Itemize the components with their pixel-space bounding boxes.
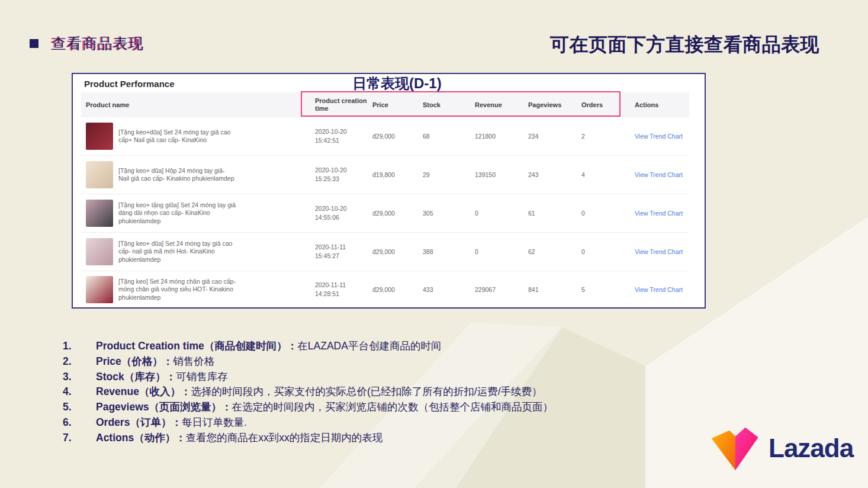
product-image <box>86 200 113 227</box>
table-row: [Tặng keo+ dũa] Set 24 móng tay giả cao … <box>81 233 689 271</box>
view-trend-chart-link[interactable]: View Trend Chart <box>635 171 683 178</box>
creation-time-cell: 2020-11-11 15:45:27 <box>312 243 369 261</box>
note-item: 2. Price（价格）： 销售价格 <box>63 354 553 370</box>
pageviews-cell: 61 <box>525 210 578 217</box>
column-header-stock: Stock <box>420 101 472 109</box>
lazada-wordmark: Lazada <box>769 434 853 463</box>
stock-cell: 305 <box>420 210 472 217</box>
table-row: [Tặng keo] Set 24 móng chân giả cao cấp-… <box>81 271 689 308</box>
product-name-cell: [Tặng keo+ tặng giũa] Set 24 móng tay gi… <box>81 200 312 227</box>
notes-list: 1. Product Creation time（商品创建时间）： 在LAZAD… <box>63 339 553 446</box>
stock-cell: 433 <box>420 286 472 293</box>
creation-clock: 15:45:27 <box>315 252 369 261</box>
note-item: 7. Actions（动作）： 查看您的商品在xx到xx的指定日期内的表现 <box>63 431 553 446</box>
note-description: 每日订单数量. <box>182 415 247 431</box>
product-performance-card: Product Performance 日常表现(D-1) Product na… <box>72 73 706 309</box>
creation-clock: 14:28:51 <box>315 290 369 298</box>
product-name-cell: [Tặng keo+ dũa] Hộp 24 móng tay giả- Nai… <box>81 161 312 188</box>
orders-cell: 5 <box>578 286 632 293</box>
pageviews-cell: 243 <box>525 171 578 178</box>
stock-cell: 68 <box>420 133 472 140</box>
column-header-pageviews: Pageviews <box>525 101 578 109</box>
note-description: 在选定的时间段内，买家浏览店铺的次数（包括整个店铺和商品页面） <box>232 400 554 415</box>
table-header-row: Product nameProduct creation timePriceSt… <box>81 92 689 117</box>
creation-date: 2020-11-11 <box>315 281 369 290</box>
stock-cell: 29 <box>420 171 472 178</box>
revenue-cell: 139150 <box>472 171 525 178</box>
note-number: 2. <box>63 354 96 370</box>
table-row: [Tặng keo+ tặng giũa] Set 24 móng tay gi… <box>81 194 689 233</box>
product-name-cell: [Tặng keo+dũa] Set 24 móng tay giả cao c… <box>81 123 312 150</box>
pageviews-cell: 234 <box>525 133 578 140</box>
product-image <box>86 238 113 265</box>
creation-date: 2020-11-11 <box>315 243 369 252</box>
price-cell: đ19,800 <box>369 171 420 178</box>
view-trend-chart-link[interactable]: View Trend Chart <box>635 210 683 217</box>
creation-date: 2020-10-20 <box>315 204 369 213</box>
creation-clock: 15:25:33 <box>315 175 369 184</box>
note-description: 可销售库存 <box>176 370 228 385</box>
slide: 查看商品表现 可在页面下方直接查看商品表现 Product Performanc… <box>0 0 868 488</box>
pageviews-cell: 841 <box>525 286 578 293</box>
note-number: 1. <box>63 339 96 354</box>
note-description: 销售价格 <box>173 354 214 370</box>
product-name: [Tặng keo+ dũa] Hộp 24 móng tay giả- Nai… <box>118 167 237 183</box>
note-term: Product Creation time（商品创建时间）： <box>96 339 297 354</box>
creation-time-cell: 2020-11-11 14:28:51 <box>312 281 369 298</box>
price-cell: đ29,000 <box>369 210 420 217</box>
price-cell: đ29,000 <box>369 248 420 255</box>
note-number: 5. <box>63 400 96 415</box>
pageviews-cell: 62 <box>525 248 578 255</box>
table-row: [Tặng keo+ dũa] Hộp 24 móng tay giả- Nai… <box>81 156 689 194</box>
view-trend-chart-link[interactable]: View Trend Chart <box>635 133 683 140</box>
orders-cell: 0 <box>578 210 632 217</box>
section-title-text: 查看商品表现 <box>52 34 144 53</box>
product-name: [Tặng keo+ dũa] Set 24 móng tay giả cao … <box>118 240 237 264</box>
creation-time-cell: 2020-10-20 15:42:51 <box>312 127 369 145</box>
product-name-cell: [Tặng keo] Set 24 móng chân giả cao cấp-… <box>81 276 312 303</box>
creation-clock: 15:42:51 <box>315 136 369 145</box>
product-name: [Tặng keo+dũa] Set 24 móng tay giả cao c… <box>118 129 237 145</box>
note-item: 4. Revenue（收入）： 选择的时间段内，买家支付的实际总价(已经扣除了所… <box>63 384 553 400</box>
note-term: Orders（订单）： <box>96 415 182 431</box>
column-header-product-creation-time: Product creation time <box>312 97 369 113</box>
section-title: 查看商品表现 <box>30 34 144 53</box>
product-image <box>86 123 113 150</box>
note-number: 7. <box>63 431 96 446</box>
note-number: 4. <box>63 384 96 400</box>
note-term: Price（价格）： <box>96 354 173 370</box>
creation-clock: 14:55:06 <box>315 213 369 222</box>
note-description: 选择的时间段内，买家支付的实际总价(已经扣除了所有的折扣/运费/手续费） <box>191 384 542 400</box>
column-header-orders: Orders <box>578 101 632 109</box>
column-header-price: Price <box>369 101 420 109</box>
note-item: 6. Orders（订单）： 每日订单数量. <box>63 415 553 431</box>
daily-performance-label: 日常表现(D-1) <box>352 74 442 93</box>
creation-time-cell: 2020-10-20 15:25:33 <box>312 166 369 184</box>
product-name-cell: [Tặng keo+ dũa] Set 24 móng tay giả cao … <box>81 238 312 265</box>
orders-cell: 0 <box>578 248 632 255</box>
product-image <box>86 276 113 303</box>
price-cell: đ29,000 <box>369 286 420 293</box>
orders-cell: 2 <box>578 133 632 140</box>
revenue-cell: 121800 <box>472 133 525 140</box>
note-number: 3. <box>63 370 96 385</box>
card-title: Product Performance <box>84 79 175 89</box>
orders-cell: 4 <box>578 171 632 178</box>
product-name: [Tặng keo+ tặng giũa] Set 24 móng tay gi… <box>118 201 237 226</box>
column-header-actions: Actions <box>632 101 689 109</box>
note-item: 3. Stock（库存）： 可销售库存 <box>63 370 553 385</box>
headline: 可在页面下方直接查看商品表现 <box>550 32 819 58</box>
note-term: Stock（库存）： <box>96 370 176 385</box>
price-cell: đ29,000 <box>369 133 420 140</box>
note-item: 1. Product Creation time（商品创建时间）： 在LAZAD… <box>63 339 553 354</box>
product-name: [Tặng keo] Set 24 móng chân giả cao cấp-… <box>118 278 237 302</box>
revenue-cell: 229067 <box>472 286 525 293</box>
view-trend-chart-link[interactable]: View Trend Chart <box>635 248 683 255</box>
note-description: 在LAZADA平台创建商品的时间 <box>297 339 441 354</box>
column-header-revenue: Revenue <box>472 101 525 109</box>
table-row: [Tặng keo+dũa] Set 24 móng tay giả cao c… <box>81 117 689 156</box>
creation-time-cell: 2020-10-20 14:55:06 <box>312 204 369 222</box>
view-trend-chart-link[interactable]: View Trend Chart <box>635 286 683 293</box>
note-term: Actions（动作）： <box>96 431 186 446</box>
note-description: 查看您的商品在xx到xx的指定日期内的表现 <box>186 431 383 446</box>
